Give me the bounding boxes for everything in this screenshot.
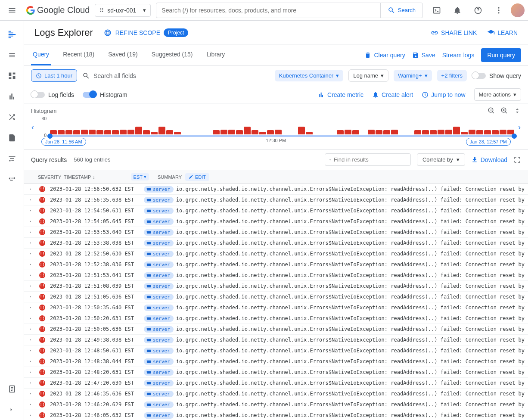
- expand-row-icon[interactable]: [24, 359, 36, 364]
- log-row[interactable]: !! 2023-01-28 12:48:20.631 EST server io…: [24, 367, 528, 378]
- expand-row-icon[interactable]: [24, 348, 36, 353]
- expand-icon[interactable]: [513, 107, 521, 115]
- more-actions-button[interactable]: More actions ▾: [474, 88, 521, 101]
- log-row[interactable]: !! 2023-01-28 12:56:35.638 EST server io…: [24, 195, 528, 205]
- rail-export-icon[interactable]: [0, 169, 24, 190]
- col-severity[interactable]: SEVERITY: [36, 174, 62, 180]
- expand-row-icon[interactable]: [24, 305, 36, 310]
- histogram-bar[interactable]: [345, 130, 351, 134]
- histogram-bar[interactable]: [461, 132, 468, 134]
- cloud-shell-icon[interactable]: [428, 2, 445, 19]
- histogram-bar[interactable]: [476, 130, 483, 134]
- create-metric-button[interactable]: Create metric: [318, 91, 363, 98]
- expand-row-icon[interactable]: [24, 413, 36, 418]
- histogram-bar[interactable]: [275, 130, 282, 134]
- log-row[interactable]: !! 2023-01-28 12:56:50.632 EST server io…: [24, 184, 528, 195]
- histogram-bar[interactable]: [438, 130, 444, 134]
- kubernetes-filter[interactable]: Kubernetes Container▾: [275, 70, 343, 81]
- expand-row-icon[interactable]: [24, 391, 36, 396]
- zoom-in-icon[interactable]: [500, 107, 508, 115]
- histogram-bar[interactable]: [259, 132, 266, 134]
- resource-chip[interactable]: server: [144, 283, 174, 289]
- histogram-bar[interactable]: [391, 130, 398, 134]
- histogram-bar[interactable]: [500, 130, 506, 134]
- run-query-button[interactable]: Run query: [481, 48, 521, 62]
- severity-filter[interactable]: Warning+▾: [394, 70, 432, 81]
- correlate-button[interactable]: Correlate by ▾: [417, 153, 465, 166]
- expand-row-icon[interactable]: [24, 402, 36, 407]
- resource-chip[interactable]: server: [144, 272, 174, 279]
- show-query-toggle[interactable]: Show query: [472, 72, 521, 79]
- logo[interactable]: Google Cloud: [26, 5, 90, 15]
- histogram-bar[interactable]: [174, 132, 181, 134]
- rail-filter-icon[interactable]: [0, 148, 24, 169]
- histogram-bar[interactable]: [267, 130, 274, 134]
- histogram-bar[interactable]: [298, 127, 305, 134]
- expand-row-icon[interactable]: [24, 370, 36, 375]
- expand-row-icon[interactable]: [24, 251, 36, 256]
- histogram-bar[interactable]: [414, 130, 421, 134]
- histogram-bar[interactable]: [58, 130, 65, 134]
- resource-chip[interactable]: server: [144, 186, 174, 193]
- histogram-bar[interactable]: [158, 127, 165, 134]
- expand-row-icon[interactable]: [24, 327, 36, 332]
- log-row[interactable]: !! 2023-01-28 12:50:20.631 EST server io…: [24, 313, 528, 324]
- histogram-bar[interactable]: [430, 130, 437, 134]
- expand-row-icon[interactable]: [24, 380, 36, 386]
- search-input[interactable]: [156, 7, 380, 14]
- expand-row-icon[interactable]: [24, 294, 36, 299]
- log-row[interactable]: !! 2023-01-28 12:47:20.630 EST server io…: [24, 378, 528, 389]
- log-row[interactable]: !! 2023-01-28 12:53:38.038 EST server io…: [24, 238, 528, 249]
- edit-summary-button[interactable]: EDIT: [185, 173, 209, 181]
- histogram-bar[interactable]: [236, 130, 243, 134]
- time-range-chip[interactable]: Last 1 hour: [31, 69, 77, 82]
- log-row[interactable]: !! 2023-01-28 12:51:53.041 EST server io…: [24, 270, 528, 281]
- tab-recent[interactable]: Recent (18): [61, 45, 96, 65]
- expand-row-icon[interactable]: [24, 283, 36, 289]
- histogram-bar[interactable]: [104, 130, 111, 134]
- expand-row-icon[interactable]: [24, 208, 36, 213]
- resource-chip[interactable]: server: [144, 401, 174, 408]
- timezone-select[interactable]: EST▾: [131, 173, 149, 180]
- avatar[interactable]: [511, 3, 525, 17]
- hamburger-menu[interactable]: [3, 2, 21, 19]
- resource-chip[interactable]: server: [144, 229, 174, 236]
- download-button[interactable]: Download: [471, 156, 507, 163]
- save-button[interactable]: Save: [412, 52, 435, 59]
- histogram-bar[interactable]: [213, 130, 220, 134]
- project-picker[interactable]: ⠿ sd-uxr-001 ▾: [95, 4, 151, 17]
- notifications-icon[interactable]: [449, 2, 466, 19]
- log-row[interactable]: !! 2023-01-28 12:54:50.631 EST server io…: [24, 205, 528, 216]
- log-row[interactable]: !! 2023-01-28 12:49:38.038 EST server io…: [24, 335, 528, 345]
- histogram-bar[interactable]: [337, 130, 344, 134]
- expand-row-icon[interactable]: [24, 262, 36, 267]
- clear-query-button[interactable]: Clear query: [364, 52, 405, 59]
- histogram-bar[interactable]: [244, 127, 251, 134]
- log-row[interactable]: !! 2023-01-28 12:54:05.645 EST server io…: [24, 216, 528, 227]
- histogram-chart[interactable]: 40 0: [38, 116, 514, 138]
- expand-row-icon[interactable]: [24, 337, 36, 342]
- histogram-bar[interactable]: [376, 130, 382, 134]
- refine-scope-button[interactable]: REFINE SCOPE Project: [103, 28, 189, 37]
- histogram-bar[interactable]: [368, 130, 375, 134]
- log-row[interactable]: !! 2023-01-28 12:53:53.040 EST server io…: [24, 227, 528, 238]
- more-filters-chip[interactable]: +2 filters: [437, 70, 467, 81]
- resource-chip[interactable]: server: [144, 305, 174, 311]
- jump-to-now-button[interactable]: Jump to now: [422, 91, 465, 98]
- help-icon[interactable]: [469, 2, 487, 19]
- histogram-bar[interactable]: [228, 130, 235, 134]
- tab-query[interactable]: Query: [31, 45, 51, 65]
- expand-row-icon[interactable]: [24, 219, 36, 224]
- histogram-bar[interactable]: [73, 130, 80, 134]
- log-row[interactable]: !! 2023-01-28 12:52:50.630 EST server io…: [24, 249, 528, 259]
- rail-metrics-icon[interactable]: [0, 86, 24, 107]
- search-button[interactable]: Search: [380, 3, 422, 18]
- histogram-bar[interactable]: [383, 130, 390, 134]
- rail-doc2-icon[interactable]: [0, 379, 24, 399]
- log-row[interactable]: !! 2023-01-28 12:46:05.632 EST server io…: [24, 410, 528, 420]
- find-input[interactable]: [334, 156, 406, 163]
- resource-chip[interactable]: server: [144, 294, 174, 300]
- col-timestamp[interactable]: TIMESTAMP ↓ EST▾: [62, 173, 152, 180]
- histogram-bar[interactable]: [112, 130, 119, 134]
- histogram-bar[interactable]: [306, 132, 313, 134]
